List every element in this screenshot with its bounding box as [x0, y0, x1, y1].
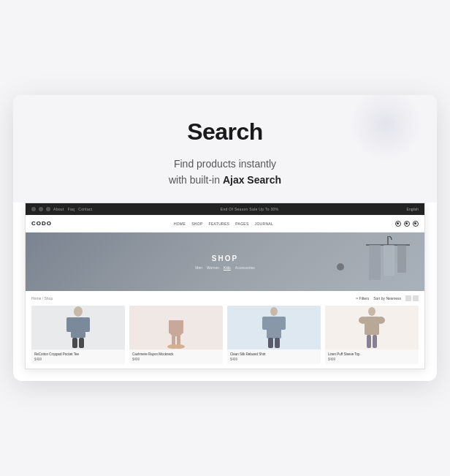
svg-point-25 [359, 317, 367, 324]
svg-rect-9 [72, 338, 77, 348]
hero-title: SHOP [195, 254, 255, 262]
svg-rect-2 [369, 245, 381, 280]
svg-rect-22 [275, 338, 280, 348]
product-name-2: Cashmere Rayon Mockneck [132, 352, 220, 356]
hero-nav-women[interactable]: Women [207, 265, 219, 270]
product-name-1: ReCotton Cropped Pocket Tee [34, 352, 122, 356]
nav-bar: CODO HOME SHOP FEATURES PAGES JOURNAL [26, 215, 424, 233]
product-price-1: $499 [34, 358, 122, 361]
nav-icons [395, 221, 419, 227]
hero-content: SHOP Men Women Kids Accessories [195, 254, 255, 270]
svg-rect-19 [262, 317, 268, 330]
browser-mockup: About Faq Contact End Of Season Sale Up … [25, 203, 425, 369]
hero-nav-men[interactable]: Men [195, 265, 202, 270]
social-icon-1 [31, 207, 36, 211]
product-image-2 [129, 306, 223, 350]
svg-rect-27 [367, 335, 371, 348]
preview-wrapper: About Faq Contact End Of Season Sale Up … [13, 203, 437, 369]
search-icon[interactable] [395, 221, 401, 227]
breadcrumb: Home / Shop [31, 296, 53, 301]
svg-rect-7 [66, 317, 72, 332]
product-card-1: ReCotton Cropped Pocket Tee $499 [31, 306, 125, 364]
toolbar-right: = Filters Sort by Newness [356, 295, 419, 301]
topbar-about: About Faq Contact [53, 207, 93, 211]
svg-point-5 [74, 306, 83, 317]
product-name-3: Clean Silk Relaxed Shirt [230, 352, 318, 356]
subtitle-bold: Ajax Search [223, 174, 281, 186]
page-title: Search [28, 118, 422, 146]
nav-links: HOME SHOP FEATURES PAGES JOURNAL [174, 222, 273, 226]
svg-rect-28 [373, 335, 377, 348]
product-info-1: ReCotton Cropped Pocket Tee $499 [31, 350, 125, 364]
product-figure-4 [357, 306, 386, 350]
subtitle-line1: Find products instantly [174, 158, 276, 170]
shop-section: Home / Shop = Filters Sort by Newness [26, 291, 424, 369]
sort-button[interactable]: Sort by Newness [373, 296, 401, 301]
product-price-4: $499 [328, 358, 416, 361]
view-toggle [405, 295, 419, 301]
svg-rect-3 [384, 245, 394, 276]
subtitle: Find products instantly with built-in Aj… [28, 156, 422, 189]
product-grid: ReCotton Cropped Pocket Tee $499 [31, 306, 419, 364]
product-image-1 [31, 306, 125, 350]
product-info-2: Cashmere Rayon Mockneck $499 [129, 350, 223, 364]
hero-section: SHOP Men Women Kids Accessories [26, 233, 424, 291]
grid-view-icon[interactable] [405, 295, 411, 301]
svg-rect-10 [79, 338, 84, 348]
product-image-4 [325, 306, 419, 350]
nav-journal[interactable]: JOURNAL [255, 222, 273, 226]
svg-point-16 [173, 344, 185, 349]
product-price-2: $499 [132, 358, 220, 361]
rack-svg [359, 236, 417, 291]
filter-button[interactable]: = Filters [356, 296, 369, 301]
product-info-4: Linen Puff Sleeve Top $499 [325, 350, 419, 364]
user-icon[interactable] [404, 221, 410, 227]
svg-point-26 [376, 317, 385, 324]
product-card-3: Clean Silk Relaxed Shirt $499 [227, 306, 321, 364]
product-name-4: Linen Puff Sleeve Top [328, 352, 416, 356]
svg-rect-18 [267, 317, 281, 339]
cart-icon[interactable] [413, 221, 419, 227]
svg-rect-6 [71, 317, 85, 338]
top-bar: About Faq Contact End Of Season Sale Up … [26, 203, 424, 215]
topbar-lang: English [407, 207, 419, 211]
product-figure-2 [161, 306, 191, 350]
svg-rect-21 [268, 338, 273, 348]
nav-logo: CODO [31, 220, 52, 227]
svg-rect-4 [397, 245, 406, 273]
card: Search Find products instantly with buil… [13, 95, 437, 382]
hero-rack [359, 236, 417, 291]
header-section: Search Find products instantly with buil… [13, 95, 437, 203]
nav-features[interactable]: FEATURES [209, 222, 230, 226]
product-card-2: Cashmere Rayon Mockneck $499 [129, 306, 223, 364]
product-image-3 [227, 306, 321, 350]
nav-shop[interactable]: SHOP [191, 222, 202, 226]
subtitle-line2: with built-in [169, 174, 223, 186]
product-figure-1 [64, 306, 93, 350]
nav-pages[interactable]: PAGES [235, 222, 248, 226]
top-bar-left: About Faq Contact [31, 207, 93, 211]
social-icon-3 [46, 207, 50, 211]
shop-toolbar: Home / Shop = Filters Sort by Newness [31, 295, 419, 301]
product-info-3: Clean Silk Relaxed Shirt $499 [227, 350, 321, 364]
svg-rect-8 [84, 317, 90, 332]
svg-point-23 [368, 307, 375, 316]
social-icon-2 [39, 207, 43, 211]
hero-nav: Men Women Kids Accessories [195, 265, 255, 270]
product-price-3: $499 [230, 358, 318, 361]
nav-home[interactable]: HOME [174, 222, 186, 226]
svg-point-17 [270, 307, 278, 316]
svg-rect-20 [280, 317, 286, 330]
product-card-4: Linen Puff Sleeve Top $499 [325, 306, 419, 364]
hero-nav-kids[interactable]: Kids [224, 265, 231, 270]
list-view-icon[interactable] [413, 295, 419, 301]
topbar-promo: End Of Season Sale Up To 30% [221, 207, 278, 211]
product-figure-3 [259, 306, 289, 350]
hero-nav-accessories[interactable]: Accessories [235, 265, 255, 270]
